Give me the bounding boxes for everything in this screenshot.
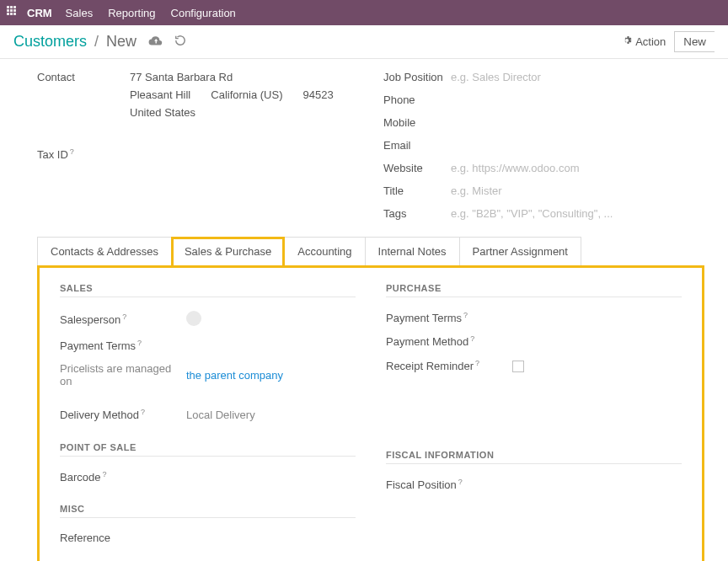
breadcrumb-sep: /	[94, 33, 99, 50]
address-city: Pleasant Hill	[130, 88, 190, 101]
menu-sales[interactable]: Sales	[66, 7, 94, 19]
delivery-method-label: Delivery Method?	[60, 408, 186, 421]
tab-content: SALES Salesperson? Payment Terms?	[37, 265, 704, 561]
phone-label: Phone	[383, 94, 451, 106]
salesperson-label: Salesperson?	[60, 313, 186, 326]
tab-bar: Contacts & Addresses Sales & Purchase Ac…	[37, 237, 704, 265]
right-column: Job Position e.g. Sales Director Phone M…	[383, 66, 704, 225]
website-field[interactable]: e.g. https://www.odoo.com	[451, 162, 579, 174]
pos-group-title: POINT OF SALE	[60, 442, 356, 457]
address-street: 77 Santa Barbara Rd	[130, 71, 233, 83]
help-icon[interactable]: ?	[458, 478, 463, 486]
purchase-group-title: PURCHASE	[386, 283, 682, 297]
action-menu[interactable]: Action	[622, 35, 666, 48]
contact-label: Contact	[37, 71, 130, 83]
help-icon[interactable]: ?	[463, 311, 468, 319]
address-zip: 94523	[303, 88, 334, 101]
tab-contacts-addresses[interactable]: Contacts & Addresses	[37, 237, 172, 265]
mobile-label: Mobile	[383, 116, 451, 129]
action-label: Action	[635, 35, 666, 48]
cloud-upload-icon[interactable]	[148, 35, 163, 49]
tags-field[interactable]: e.g. "B2B", "VIP", "Consulting", ...	[451, 207, 613, 220]
fiscal-position-label: Fiscal Position?	[386, 478, 512, 491]
menu-reporting[interactable]: Reporting	[108, 7, 155, 19]
payment-terms-sales-label: Payment Terms?	[60, 339, 186, 352]
apps-icon[interactable]	[7, 6, 20, 19]
tab-partner-assignment[interactable]: Partner Assignment	[459, 237, 581, 265]
tab-left-col: SALES Salesperson? Payment Terms?	[60, 283, 356, 549]
gear-icon	[622, 35, 632, 48]
taxid-label: Tax ID?	[37, 147, 130, 161]
address-country: United States	[130, 106, 195, 119]
payment-terms-purchase-label: Payment Terms?	[386, 311, 512, 324]
receipt-reminder-field[interactable]	[512, 359, 524, 372]
receipt-reminder-label: Receipt Reminder?	[386, 359, 512, 372]
menu-configuration[interactable]: Configuration	[171, 7, 236, 19]
breadcrumb: Customers / New	[13, 33, 136, 51]
payment-method-label: Payment Method?	[386, 334, 512, 348]
misc-group-title: MISC	[60, 504, 356, 518]
tab-right-col: PURCHASE Payment Terms? Payment Method?	[386, 283, 682, 549]
avatar-placeholder-icon	[186, 311, 201, 326]
tags-label: Tags	[383, 207, 451, 220]
help-icon[interactable]: ?	[475, 359, 479, 367]
tab-accounting[interactable]: Accounting	[284, 237, 365, 265]
help-icon[interactable]: ?	[141, 408, 145, 416]
email-label: Email	[383, 139, 451, 152]
address-state: California (US)	[211, 88, 282, 101]
barcode-label: Barcode?	[60, 470, 186, 484]
sales-group-title: SALES	[60, 283, 356, 297]
form-view: Contact 77 Santa Barbara Rd Pleasant Hil…	[0, 59, 728, 561]
jobposition-field[interactable]: e.g. Sales Director	[451, 71, 541, 83]
pricelist-note: Pricelists are managed on	[60, 362, 186, 387]
website-label: Website	[383, 162, 451, 174]
jobposition-label: Job Position	[383, 71, 451, 83]
parent-company-link[interactable]: the parent company	[186, 369, 283, 382]
title-label: Title	[383, 184, 451, 197]
help-icon[interactable]: ?	[70, 147, 74, 156]
tab-internal-notes[interactable]: Internal Notes	[365, 237, 460, 265]
delivery-method-field[interactable]: Local Delivery	[186, 409, 255, 421]
address-block[interactable]: 77 Santa Barbara Rd Pleasant Hill Califo…	[130, 71, 334, 124]
help-icon[interactable]: ?	[470, 334, 474, 343]
breadcrumb-current: New	[106, 33, 136, 50]
title-field[interactable]: e.g. Mister	[451, 184, 502, 197]
new-button[interactable]: New	[674, 31, 715, 52]
help-icon[interactable]: ?	[137, 339, 142, 347]
fiscal-group-title: FISCAL INFORMATION	[386, 450, 682, 464]
undo-icon[interactable]	[174, 35, 186, 49]
breadcrumb-root[interactable]: Customers	[13, 33, 87, 50]
tab-sales-purchase[interactable]: Sales & Purchase	[171, 237, 285, 265]
top-navbar: CRM Sales Reporting Configuration	[0, 0, 728, 25]
app-name: CRM	[27, 7, 52, 19]
left-column: Contact 77 Santa Barbara Rd Pleasant Hil…	[37, 66, 383, 225]
help-icon[interactable]: ?	[122, 313, 126, 321]
help-icon[interactable]: ?	[102, 470, 106, 478]
checkbox-icon[interactable]	[512, 361, 524, 372]
salesperson-field[interactable]	[186, 311, 201, 329]
reference-label: Reference	[60, 532, 186, 544]
control-panel: Customers / New Action New	[0, 25, 728, 59]
